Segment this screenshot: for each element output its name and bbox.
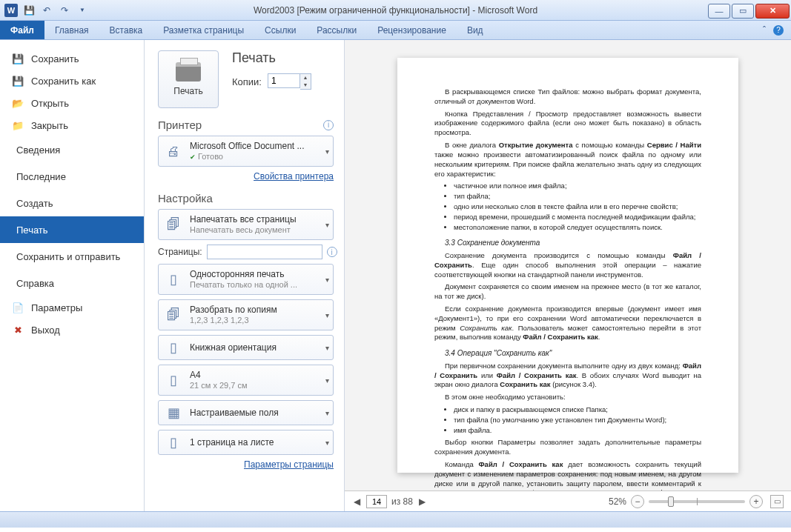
- page-setup-link[interactable]: Параметры страницы: [158, 459, 334, 470]
- tab-home[interactable]: Главная: [44, 21, 99, 39]
- print-preview: В раскрывающемся списке Тип файлов: можн…: [345, 40, 791, 511]
- next-page-icon[interactable]: ▶: [417, 496, 427, 507]
- paper-sub: 21 см x 29,7 см: [190, 381, 248, 390]
- nav-open[interactable]: 📂Открыть: [0, 92, 144, 114]
- minimize-ribbon-icon[interactable]: ˆ: [758, 21, 770, 39]
- fit-page-button[interactable]: ▭: [770, 495, 784, 508]
- qat-undo-icon[interactable]: ↶: [40, 4, 53, 17]
- nav-share-label: Сохранить и отправить: [16, 251, 120, 262]
- nav-saveas[interactable]: 💾Сохранить как: [0, 70, 144, 92]
- help-icon[interactable]: ?: [770, 21, 787, 39]
- printer-properties-link[interactable]: Свойства принтера: [158, 171, 334, 182]
- zoom-thumb[interactable]: [668, 496, 674, 507]
- spin-up-icon[interactable]: ▲: [300, 74, 311, 82]
- window-buttons: — ▭ ✕: [708, 2, 791, 19]
- orientation-dropdown[interactable]: ▯ Книжная ориентация: [158, 335, 334, 360]
- preview-page: В раскрывающемся списке Тип файлов: можн…: [397, 58, 738, 473]
- titlebar: W 💾 ↶ ↷ ▼ Word2003 [Режим ограниченной ф…: [0, 0, 791, 21]
- print-button-label: Печать: [173, 86, 202, 96]
- tab-insert[interactable]: Вставка: [99, 21, 153, 39]
- margins-main: Настраиваемые поля: [190, 408, 279, 418]
- portrait-icon: ▯: [163, 337, 184, 358]
- qat-customize-icon[interactable]: ▼: [76, 4, 89, 17]
- backstage-nav: 💾Сохранить 💾Сохранить как 📂Открыть 📁Закр…: [0, 40, 145, 511]
- pagespersheet-dropdown[interactable]: ▯ 1 страница на листе: [158, 430, 334, 455]
- backstage-view: 💾Сохранить 💾Сохранить как 📂Открыть 📁Закр…: [0, 40, 791, 511]
- nav-share[interactable]: Сохранить и отправить: [0, 243, 144, 270]
- sides-dropdown[interactable]: ▯ Односторонняя печать Печатать только н…: [158, 264, 334, 295]
- print-heading: Печать: [232, 50, 311, 66]
- nav-save[interactable]: 💾Сохранить: [0, 47, 144, 70]
- pages-input[interactable]: [207, 245, 322, 259]
- qat-redo-icon[interactable]: ↷: [58, 4, 71, 17]
- prev-page-icon[interactable]: ◀: [352, 496, 362, 507]
- zoom-in-button[interactable]: +: [749, 495, 763, 508]
- printer-info-icon[interactable]: i: [323, 120, 334, 130]
- orient-main: Книжная ориентация: [190, 342, 277, 353]
- tab-mailings[interactable]: Рассылки: [306, 21, 367, 39]
- tab-view[interactable]: Вид: [457, 21, 494, 39]
- nav-close[interactable]: 📁Закрыть: [0, 114, 144, 136]
- qat-save-icon[interactable]: 💾: [22, 4, 36, 17]
- copies-label: Копии:: [232, 76, 262, 87]
- nav-save-label: Сохранить: [31, 53, 79, 64]
- collate-sub: 1,2,3 1,2,3 1,2,3: [190, 316, 277, 325]
- scope-main: Напечатать все страницы: [190, 214, 297, 225]
- collate-dropdown[interactable]: 🗐 Разобрать по копиям 1,2,3 1,2,3 1,2,3: [158, 299, 334, 330]
- printer-dropdown[interactable]: 🖨 Microsoft Office Document ... Готово: [158, 136, 334, 167]
- nav-info-label: Сведения: [16, 144, 60, 156]
- nav-recent[interactable]: Последние: [0, 163, 144, 190]
- preview-body[interactable]: В раскрывающемся списке Тип файлов: можн…: [345, 40, 791, 491]
- pages-info-icon[interactable]: i: [327, 247, 337, 257]
- zoom-out-button[interactable]: −: [631, 495, 644, 508]
- page-number-input[interactable]: [366, 495, 387, 508]
- saveas-icon: 💾: [12, 75, 24, 87]
- spin-down-icon[interactable]: ▼: [300, 82, 311, 89]
- exit-icon: ✖: [12, 324, 24, 336]
- nav-exit-label: Выход: [31, 325, 60, 336]
- nav-exit[interactable]: ✖Выход: [0, 319, 144, 341]
- print-scope-dropdown[interactable]: 🗐 Напечатать все страницы Напечатать вес…: [158, 209, 334, 240]
- nav-close-label: Закрыть: [31, 120, 68, 131]
- collate-main: Разобрать по копиям: [190, 305, 277, 315]
- quick-access-toolbar: W 💾 ↶ ↷ ▼: [0, 4, 89, 17]
- nav-new-label: Создать: [16, 198, 53, 209]
- pps-icon: ▯: [163, 432, 184, 453]
- copies-spinner[interactable]: ▲▼: [268, 73, 311, 90]
- window-title: Word2003 [Режим ограниченной функциональ…: [254, 5, 537, 16]
- nav-print-label: Печать: [16, 225, 48, 236]
- status-bar: [0, 511, 791, 528]
- margins-icon: ▦: [163, 402, 184, 423]
- printer-status: Готово: [190, 152, 305, 162]
- nav-info[interactable]: Сведения: [0, 136, 144, 163]
- nav-new[interactable]: Создать: [0, 190, 144, 216]
- paper-icon: ▯: [163, 370, 184, 390]
- paper-dropdown[interactable]: ▯ A4 21 см x 29,7 см: [158, 365, 334, 396]
- tab-layout[interactable]: Разметка страницы: [153, 21, 254, 39]
- copies-input[interactable]: [268, 73, 300, 88]
- pps-main: 1 страница на листе: [190, 437, 274, 448]
- nav-options[interactable]: 📄Параметры: [0, 296, 144, 319]
- print-panel: Печать Печать Копии: ▲▼ Принтер i 🖨 Micr…: [145, 40, 345, 511]
- word-app-icon[interactable]: W: [4, 4, 18, 17]
- zoom-slider[interactable]: [649, 500, 745, 503]
- margins-dropdown[interactable]: ▦ Настраиваемые поля: [158, 400, 334, 425]
- preview-footer: ◀ из 88 ▶ 52% − + ▭: [345, 491, 791, 511]
- pages-icon: 🗐: [163, 214, 184, 235]
- nav-help[interactable]: Справка: [0, 270, 144, 296]
- maximize-button[interactable]: ▭: [732, 4, 754, 19]
- nav-print[interactable]: Печать: [0, 216, 144, 243]
- print-button[interactable]: Печать: [158, 50, 219, 108]
- tab-review[interactable]: Рецензирование: [367, 21, 457, 39]
- nav-options-label: Параметры: [31, 302, 82, 313]
- tab-references[interactable]: Ссылки: [254, 21, 306, 39]
- minimize-button[interactable]: —: [708, 4, 730, 19]
- nav-open-label: Открыть: [31, 98, 69, 109]
- close-button[interactable]: ✕: [755, 4, 790, 19]
- tab-file[interactable]: Файл: [0, 21, 44, 39]
- printer-icon: [176, 62, 201, 82]
- nav-saveas-label: Сохранить как: [31, 76, 96, 87]
- paper-main: A4: [190, 370, 248, 380]
- printer-device-icon: 🖨: [163, 141, 184, 162]
- settings-heading: Настройка: [158, 192, 213, 205]
